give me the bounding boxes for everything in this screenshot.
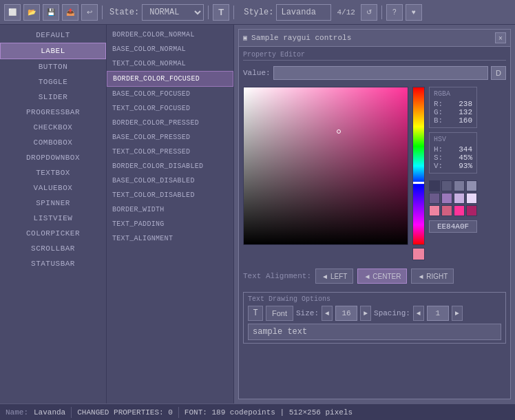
- align-center-label: CENTER: [372, 273, 401, 280]
- swatch-7[interactable]: [466, 193, 477, 204]
- font-icon-button[interactable]: T: [248, 306, 263, 321]
- prop-border-color-focused[interactable]: BORDER_COLOR_FOCUSED: [107, 71, 233, 87]
- size-decrease-button[interactable]: ◄: [322, 306, 333, 321]
- prop-text-color-disabled[interactable]: TEXT_COLOR_DISABLED: [107, 188, 233, 202]
- sidebar-item-dropdownbox[interactable]: DROPDOWNBOX: [0, 150, 106, 165]
- value-d-button[interactable]: D: [491, 66, 506, 80]
- prop-border-color-pressed[interactable]: BORDER_COLOR_PRESSED: [107, 116, 233, 130]
- prop-base-color-normal[interactable]: BASE_COLOR_NORMAL: [107, 42, 233, 56]
- sidebar-item-spinner[interactable]: SPINNER: [0, 196, 106, 211]
- window-close-button[interactable]: ×: [495, 32, 506, 43]
- right-panel: ▣ Sample raygui controls × Property Edit…: [234, 25, 515, 403]
- color-cursor: [337, 129, 341, 134]
- hsv-h-row: H: 344: [434, 145, 472, 154]
- rgba-g-row: G: 132: [434, 108, 472, 116]
- font-info: FONT: 189 codepoints | 512×256 pixels: [185, 408, 353, 417]
- swatch-10[interactable]: [454, 205, 465, 216]
- swatch-4[interactable]: [429, 193, 440, 204]
- heart-button[interactable]: ♥: [406, 4, 422, 21]
- prop-text-padding[interactable]: TEXT_PADDING: [107, 217, 233, 231]
- v-label: V:: [434, 162, 443, 170]
- swatch-1[interactable]: [441, 180, 452, 191]
- sidebar-item-textbox[interactable]: TEXTBOX: [0, 165, 106, 180]
- sidebar-item-colorpicker[interactable]: COLORPICKER: [0, 226, 106, 241]
- swatch-3[interactable]: [466, 180, 477, 191]
- swatch-5[interactable]: [441, 193, 452, 204]
- text-align-row: Text Alignment: ◄ LEFT ◄ CENTER ◄ RIGHT: [243, 269, 506, 284]
- spacing-increase-button[interactable]: ►: [452, 306, 463, 321]
- color-gradient[interactable]: [243, 87, 408, 245]
- name-label: Name:: [6, 408, 28, 417]
- sidebar-item-checkbox[interactable]: CHECKBOX: [0, 120, 106, 135]
- sidebar-item-combobox[interactable]: COMBOBOX: [0, 135, 106, 150]
- text-t-button[interactable]: T: [213, 4, 229, 21]
- spacing-decrease-button[interactable]: ◄: [413, 306, 424, 321]
- hsv-v-row: V: 93%: [434, 162, 472, 170]
- sidebar-item-progressbar[interactable]: PROGRESSBAR: [0, 105, 106, 120]
- swatch-2[interactable]: [454, 180, 465, 191]
- sidebar-item-valuebox[interactable]: VALUEBOX: [0, 180, 106, 196]
- font-button[interactable]: Font: [266, 306, 293, 321]
- reload-style-button[interactable]: ↺: [361, 4, 377, 21]
- swatch-0[interactable]: [429, 180, 440, 191]
- swatch-11[interactable]: [466, 205, 477, 216]
- text-drawing-options: Text Drawing Options T Font Size: ◄ 16 ►…: [243, 292, 506, 344]
- prop-base-color-focused[interactable]: BASE_COLOR_FOCUSED: [107, 87, 233, 101]
- prop-base-color-disabled[interactable]: BASE_COLOR_DISABLED: [107, 174, 233, 188]
- prop-text-color-pressed[interactable]: TEXT_COLOR_PRESSED: [107, 145, 233, 159]
- align-center-button[interactable]: ◄ CENTER: [357, 269, 407, 284]
- value-input[interactable]: [273, 66, 488, 80]
- align-right-button[interactable]: ◄ RIGHT: [411, 269, 454, 284]
- hue-cursor: [413, 182, 424, 184]
- align-right-label: RIGHT: [426, 273, 448, 280]
- style-input[interactable]: [276, 4, 331, 21]
- size-value: 16: [335, 306, 357, 321]
- g-label: G:: [434, 108, 443, 116]
- align-left-button[interactable]: ◄ LEFT: [315, 269, 353, 284]
- prop-border-color-disabled[interactable]: BORDER_COLOR_DISABLED: [107, 159, 233, 174]
- sidebar-item-button[interactable]: BUTTON: [0, 59, 106, 74]
- sidebar-item-statusbar[interactable]: STATUSBAR: [0, 256, 106, 271]
- new-button[interactable]: ⬜: [4, 4, 21, 21]
- h-value: 344: [459, 145, 472, 154]
- sidebar-item-listview[interactable]: LISTVIEW: [0, 211, 106, 226]
- prop-border-color-normal[interactable]: BORDER_COLOR_NORMAL: [107, 28, 233, 42]
- spacing-value: 1: [427, 306, 449, 321]
- sidebar-item-scrollbar[interactable]: SCROLLBAR: [0, 241, 106, 256]
- swatch-6[interactable]: [454, 193, 465, 204]
- prop-text-alignment[interactable]: TEXT_ALIGNMENT: [107, 231, 233, 246]
- sidebar: DEFAULT LABEL BUTTON TOGGLE SLIDER PROGR…: [0, 25, 107, 403]
- prop-border-width[interactable]: BORDER_WIDTH: [107, 202, 233, 217]
- align-right-icon: ◄: [417, 273, 424, 280]
- prop-base-color-pressed[interactable]: BASE_COLOR_PRESSED: [107, 130, 233, 145]
- help-button[interactable]: ?: [386, 4, 403, 21]
- size-label: Size:: [296, 309, 319, 317]
- state-select[interactable]: NORMAL FOCUSED PRESSED DISABLED: [142, 4, 204, 21]
- swatch-9[interactable]: [441, 205, 452, 216]
- color-swatch-preview: [412, 248, 425, 260]
- prop-text-color-normal[interactable]: TEXT_COLOR_NORMAL: [107, 56, 233, 71]
- sidebar-item-default[interactable]: DEFAULT: [0, 28, 106, 43]
- style-count: 4/12: [334, 8, 357, 17]
- open-button[interactable]: 📂: [23, 4, 40, 21]
- sidebar-item-toggle[interactable]: TOGGLE: [0, 74, 106, 90]
- sidebar-item-slider[interactable]: SLIDER: [0, 90, 106, 105]
- sidebar-item-label[interactable]: LABEL: [0, 43, 106, 59]
- align-center-icon: ◄: [364, 273, 370, 280]
- hue-slider-container: [412, 87, 425, 260]
- sample-text-input[interactable]: [248, 324, 501, 340]
- undo-button[interactable]: ↩: [81, 4, 98, 21]
- hue-slider[interactable]: [412, 87, 425, 245]
- size-increase-button[interactable]: ►: [360, 306, 371, 321]
- color-values: RGBA R: 238 G: 132 B:: [429, 87, 477, 260]
- prop-list: BORDER_COLOR_NORMAL BASE_COLOR_NORMAL TE…: [107, 25, 234, 403]
- prop-text-color-focused[interactable]: TEXT_COLOR_FOCUSED: [107, 101, 233, 116]
- text-align-label: Text Alignment:: [243, 272, 311, 280]
- export-button[interactable]: 📤: [62, 4, 78, 21]
- save-button[interactable]: 💾: [43, 4, 59, 21]
- color-gradient-overlay: [244, 87, 408, 244]
- status-sep-1: [71, 407, 72, 418]
- text-drawing-label: Text Drawing Options: [248, 295, 501, 303]
- color-picker-area: RGBA R: 238 G: 132 B:: [243, 87, 506, 260]
- swatch-8[interactable]: [429, 205, 440, 216]
